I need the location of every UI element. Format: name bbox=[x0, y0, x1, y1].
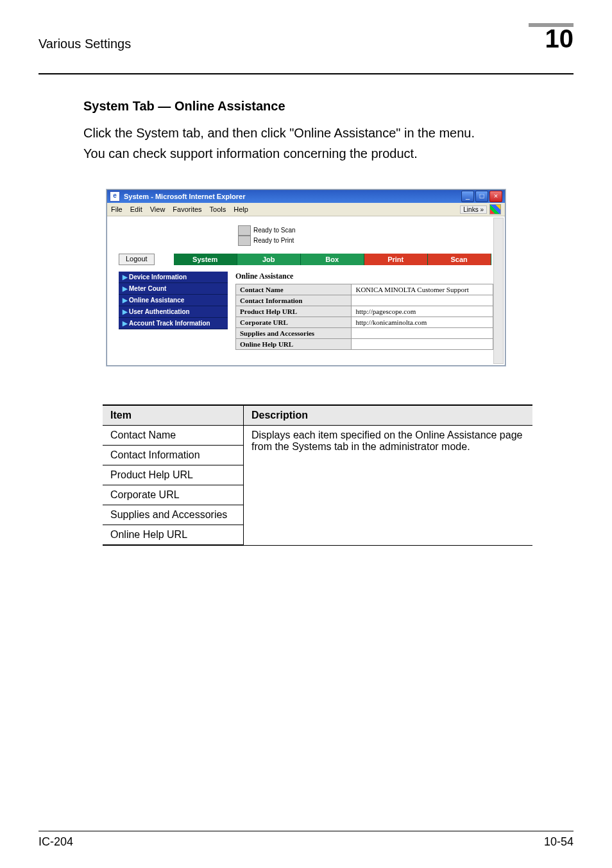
tab-scan[interactable]: Scan bbox=[428, 254, 491, 265]
minimize-button[interactable]: _ bbox=[461, 191, 474, 202]
sidebar-item-meter-count[interactable]: ▶Meter Count bbox=[119, 283, 228, 295]
device-status: Ready to Scan Ready to Print bbox=[238, 225, 502, 246]
window-title: System - Microsoft Internet Explorer bbox=[124, 193, 461, 200]
row-contact-name: Contact Name bbox=[103, 426, 244, 446]
body-para-2: You can check support information concer… bbox=[83, 143, 574, 164]
kv-label-supplies-accessories: Supplies and Accessories bbox=[236, 328, 352, 339]
scanner-icon bbox=[238, 225, 251, 236]
ie-icon: e bbox=[110, 191, 120, 202]
row-corporate-url: Corporate URL bbox=[103, 485, 244, 505]
links-label[interactable]: Links » bbox=[460, 205, 487, 214]
th-description: Description bbox=[244, 405, 533, 426]
th-item: Item bbox=[103, 405, 244, 426]
kv-value-corporate-url: http://konicaminolta.com bbox=[352, 317, 493, 328]
tab-print[interactable]: Print bbox=[364, 254, 428, 265]
row-online-help-url: Online Help URL bbox=[103, 525, 244, 546]
menu-edit[interactable]: Edit bbox=[130, 205, 142, 213]
kv-value-product-help-url: http://pagescope.com bbox=[352, 306, 493, 317]
close-button[interactable]: × bbox=[489, 191, 502, 202]
footer-left: IC-204 bbox=[38, 835, 73, 849]
maximize-button[interactable]: □ bbox=[475, 191, 488, 202]
row-shared-description: Displays each item specified on the Onli… bbox=[244, 426, 533, 546]
footer-right: 10-54 bbox=[544, 835, 574, 849]
row-supplies-and-accessories: Supplies and Accessories bbox=[103, 505, 244, 525]
sidebar-item-device-information[interactable]: ▶Device Information bbox=[119, 272, 228, 283]
menu-file[interactable]: File bbox=[111, 205, 123, 213]
sidebar: ▶Device Information ▶Meter Count ▶Online… bbox=[119, 272, 228, 350]
kv-label-contact-name: Contact Name bbox=[236, 284, 352, 295]
windows-flag-icon bbox=[489, 204, 501, 214]
tab-system[interactable]: System bbox=[174, 254, 237, 265]
kv-label-contact-information: Contact Information bbox=[236, 295, 352, 306]
chapter-number: 10 bbox=[545, 26, 574, 51]
kv-value-contact-name: KONICA MINOLTA Customer Support bbox=[352, 284, 493, 295]
panel-title: Online Assistance bbox=[235, 272, 493, 281]
kv-label-corporate-url: Corporate URL bbox=[236, 317, 352, 328]
description-table: Item Description Contact Name Displays e… bbox=[103, 404, 532, 546]
body-para-1: Click the System tab, and then click "On… bbox=[83, 123, 574, 143]
kv-value-online-help-url bbox=[352, 339, 493, 350]
content-panel: Online Assistance Contact Name KONICA MI… bbox=[235, 272, 493, 350]
menu-help[interactable]: Help bbox=[234, 205, 248, 213]
logout-button[interactable]: Logout bbox=[119, 254, 155, 265]
sidebar-item-online-assistance[interactable]: ▶Online Assistance bbox=[119, 295, 228, 306]
kv-label-product-help-url: Product Help URL bbox=[236, 306, 352, 317]
kv-value-supplies-accessories bbox=[352, 328, 493, 339]
kv-value-contact-information bbox=[352, 295, 493, 306]
tab-box[interactable]: Box bbox=[301, 254, 364, 265]
sidebar-item-account-track-information[interactable]: ▶Account Track Information bbox=[119, 318, 228, 329]
row-contact-information: Contact Information bbox=[103, 446, 244, 465]
window-titlebar: e System - Microsoft Internet Explorer _… bbox=[107, 190, 505, 203]
menu-view[interactable]: View bbox=[150, 205, 166, 213]
kv-label-online-help-url: Online Help URL bbox=[236, 339, 352, 350]
running-head: Various Settings bbox=[38, 37, 131, 51]
menubar: File Edit View Favorites Tools Help Link… bbox=[107, 203, 505, 216]
menu-favorites[interactable]: Favorites bbox=[173, 205, 201, 213]
screenshot-browser-window: e System - Microsoft Internet Explorer _… bbox=[106, 189, 506, 366]
tab-job[interactable]: Job bbox=[237, 254, 301, 265]
row-product-help-url: Product Help URL bbox=[103, 465, 244, 485]
printer-icon bbox=[238, 236, 251, 246]
sidebar-item-user-authentication[interactable]: ▶User Authentication bbox=[119, 306, 228, 318]
menu-tools[interactable]: Tools bbox=[210, 205, 226, 213]
section-heading: System Tab — Online Assistance bbox=[83, 99, 574, 114]
